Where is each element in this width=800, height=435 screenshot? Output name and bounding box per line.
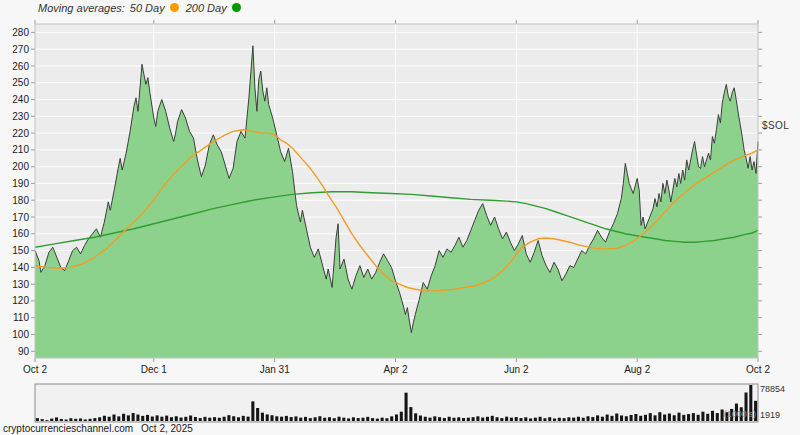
svg-text:Apr 2: Apr 2 [384, 364, 408, 375]
svg-text:250: 250 [12, 77, 29, 88]
svg-text:240: 240 [12, 94, 29, 105]
svg-text:160: 160 [12, 228, 29, 239]
svg-text:270: 270 [12, 44, 29, 55]
svg-text:100: 100 [12, 329, 29, 340]
svg-text:120: 120 [12, 295, 29, 306]
svg-text:220: 220 [12, 128, 29, 139]
volume-unit-label: (1000's) [724, 409, 756, 419]
svg-text:Oct 2: Oct 2 [746, 364, 770, 375]
symbol-label: $SOL [762, 120, 789, 131]
svg-text:150: 150 [12, 245, 29, 256]
chart-footer: cryptocurrencieschannel.comOct 2, 2025 [3, 423, 193, 434]
svg-text:Oct 2: Oct 2 [23, 364, 47, 375]
chart-date-label: Oct 2, 2025 [141, 423, 193, 434]
svg-text:110: 110 [13, 312, 29, 323]
svg-text:210: 210 [12, 144, 29, 155]
chart-canvas: 9010011012013014015016017018019020021022… [0, 0, 800, 435]
svg-text:260: 260 [12, 61, 29, 72]
svg-text:Dec 1: Dec 1 [141, 364, 168, 375]
svg-text:200: 200 [12, 161, 29, 172]
svg-text:180: 180 [12, 195, 29, 206]
volume-max-label: 78854 [760, 384, 785, 394]
svg-text:190: 190 [12, 178, 29, 189]
volume-panel [35, 384, 758, 422]
svg-text:130: 130 [12, 279, 29, 290]
svg-text:140: 140 [12, 262, 29, 273]
svg-text:90: 90 [18, 346, 30, 357]
svg-text:280: 280 [12, 27, 29, 38]
volume-min-label: 1919 [760, 410, 780, 420]
price-chart-widget: Moving averages: 50 Day 200 Day 90100110… [0, 0, 800, 435]
source-site-label: cryptocurrencieschannel.com [3, 423, 133, 434]
svg-text:Jun 2: Jun 2 [504, 364, 529, 375]
svg-text:230: 230 [12, 111, 29, 122]
svg-text:Jan 31: Jan 31 [260, 364, 290, 375]
svg-text:170: 170 [12, 212, 29, 223]
svg-text:Aug 2: Aug 2 [624, 364, 651, 375]
